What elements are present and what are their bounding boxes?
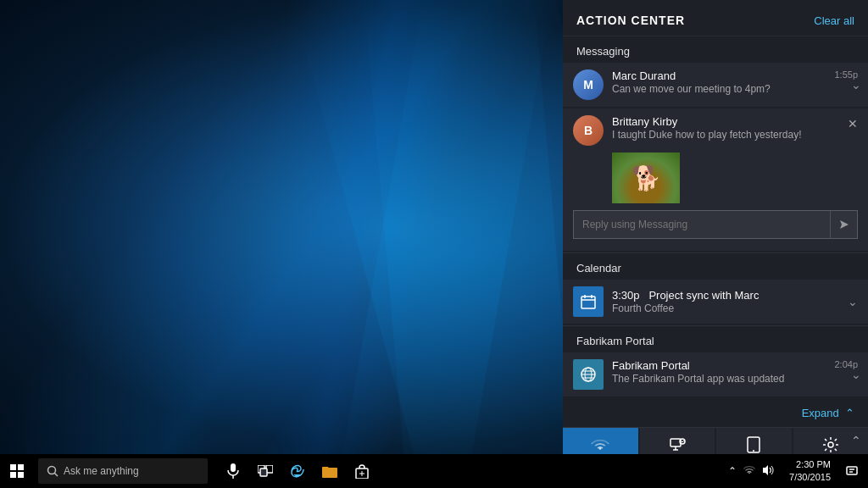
search-placeholder: Ask me anything — [64, 465, 139, 477]
expand-label: Expand ⌃ — [802, 407, 854, 419]
wifi-icon — [591, 438, 609, 455]
dog-image — [612, 152, 680, 203]
notif-brittany-expanded: B Brittany Kirby I taught Duke how to pl… — [563, 108, 868, 251]
task-view-button[interactable] — [253, 454, 278, 488]
reply-input[interactable] — [574, 212, 830, 237]
messaging-section-label: Messaging — [563, 36, 868, 63]
desktop-background — [0, 0, 644, 454]
calendar-event-location: Fourth Coffee — [612, 302, 839, 314]
notif-brittany-message: I taught Duke how to play fetch yesterda… — [612, 129, 858, 141]
notif-brittany-image-container — [612, 152, 858, 203]
fabrikam-section-label: Fabrikam Portal — [563, 326, 868, 352]
svg-rect-17 — [18, 464, 24, 470]
svg-line-21 — [55, 474, 58, 477]
calendar-icon — [573, 286, 604, 317]
tray-network-icon[interactable] — [742, 463, 757, 480]
calendar-section-label: Calendar — [563, 253, 868, 280]
send-button[interactable] — [830, 211, 857, 238]
notif-brittany-collapse[interactable]: ⌃ — [851, 434, 861, 447]
clock-time: 2:30 PM — [789, 458, 831, 471]
notif-brittany-close[interactable]: ✕ — [844, 115, 861, 132]
avatar-brittany: B — [573, 115, 604, 146]
calendar-event-body: 3:30p Project sync with Marc Fourth Coff… — [612, 289, 839, 314]
expand-bar[interactable]: Expand ⌃ — [563, 398, 868, 427]
taskbar: Ask me anything — [0, 454, 868, 488]
qa-tablet-mode[interactable]: Tablet mode — [716, 428, 792, 454]
fabrikam-notification[interactable]: Fabrikam Portal The Fabrikam Portal app … — [563, 352, 868, 396]
taskbar-right: ⌃ 2:30 PM 7/30/2015 — [726, 458, 868, 485]
task-view-icon — [258, 465, 273, 477]
settings-icon — [822, 436, 839, 455]
taskbar-left: Ask me anything — [0, 454, 726, 488]
qa-connect[interactable]: Connect — [640, 428, 715, 454]
notif-reply-area — [573, 210, 858, 239]
edge-icon — [290, 463, 305, 479]
action-center-title: ACTION CENTER — [576, 14, 685, 27]
notif-marc-body: Marc Durand Can we move our meeting to 4… — [612, 69, 826, 95]
svg-rect-0 — [581, 297, 595, 308]
clear-all-button[interactable]: Clear all — [814, 14, 854, 27]
store-button[interactable] — [349, 454, 375, 488]
system-tray: ⌃ — [726, 463, 776, 480]
fabrikam-chevron[interactable]: ⌄ — [851, 368, 861, 381]
avatar-marc: M — [573, 69, 604, 100]
action-center-button[interactable] — [844, 463, 860, 480]
system-clock[interactable]: 2:30 PM 7/30/2015 — [782, 458, 837, 485]
network-icon — [743, 465, 755, 475]
notif-brittany-name: Brittany Kirby — [612, 115, 858, 128]
svg-rect-9 — [670, 439, 681, 446]
file-explorer-button[interactable] — [317, 454, 342, 488]
calendar-notification[interactable]: 3:30p Project sync with Marc Fourth Coff… — [563, 280, 868, 324]
notif-marc-durand[interactable]: M Marc Durand Can we move our meeting to… — [563, 63, 868, 107]
svg-point-14 — [753, 450, 754, 452]
action-center-content: Messaging M Marc Durand Can we move our … — [563, 36, 868, 454]
notif-brittany-body: Brittany Kirby I taught Duke how to play… — [612, 115, 858, 141]
cortana-mic-button[interactable] — [220, 454, 246, 488]
quick-actions-grid: Fabrikam 1 Connect — [563, 427, 868, 454]
qa-fabrikam1[interactable]: Fabrikam 1 — [563, 428, 638, 454]
fabrikam-notif-message: The Fabrikam Portal app was updated — [612, 373, 826, 385]
calendar-chevron[interactable]: ⌄ — [848, 295, 858, 308]
notif-marc-name: Marc Durand — [612, 69, 826, 82]
connect-icon — [669, 436, 686, 455]
svg-rect-22 — [231, 463, 236, 472]
edge-browser-button[interactable] — [285, 454, 310, 488]
svg-rect-26 — [260, 469, 267, 476]
notification-icon — [846, 464, 858, 476]
svg-rect-18 — [10, 472, 16, 478]
notif-marc-message: Can we move our meeting to 4pm? — [612, 83, 826, 95]
tray-chevron[interactable]: ⌃ — [726, 463, 738, 479]
fabrikam-notif-body: Fabrikam Portal The Fabrikam Portal app … — [612, 359, 826, 385]
clock-date: 7/30/2015 — [789, 471, 831, 484]
notif-brittany-header: B Brittany Kirby I taught Duke how to pl… — [563, 108, 868, 152]
fabrikam-notif-name: Fabrikam Portal — [612, 359, 826, 372]
start-button[interactable] — [0, 454, 34, 488]
svg-rect-19 — [18, 472, 24, 478]
taskbar-icons — [220, 454, 375, 488]
mic-icon — [227, 463, 239, 479]
file-explorer-icon — [322, 464, 337, 478]
calendar-event-title: 3:30p Project sync with Marc — [612, 289, 839, 302]
svg-rect-32 — [847, 467, 857, 474]
svg-rect-27 — [322, 468, 337, 478]
action-center-panel: ACTION CENTER Clear all Messaging M Marc… — [563, 0, 868, 454]
volume-icon — [762, 464, 774, 476]
svg-point-15 — [828, 442, 833, 447]
search-bar[interactable]: Ask me anything — [38, 458, 208, 484]
tray-volume-icon[interactable] — [760, 463, 776, 480]
svg-rect-16 — [10, 464, 16, 470]
store-icon — [355, 463, 369, 479]
svg-marker-31 — [763, 465, 768, 475]
svg-point-20 — [48, 467, 56, 474]
search-icon — [47, 465, 58, 477]
action-center-header: ACTION CENTER Clear all — [563, 0, 868, 36]
tablet-icon — [747, 436, 760, 455]
notif-marc-chevron[interactable]: ⌄ — [851, 78, 861, 92]
fabrikam-icon — [573, 359, 604, 390]
